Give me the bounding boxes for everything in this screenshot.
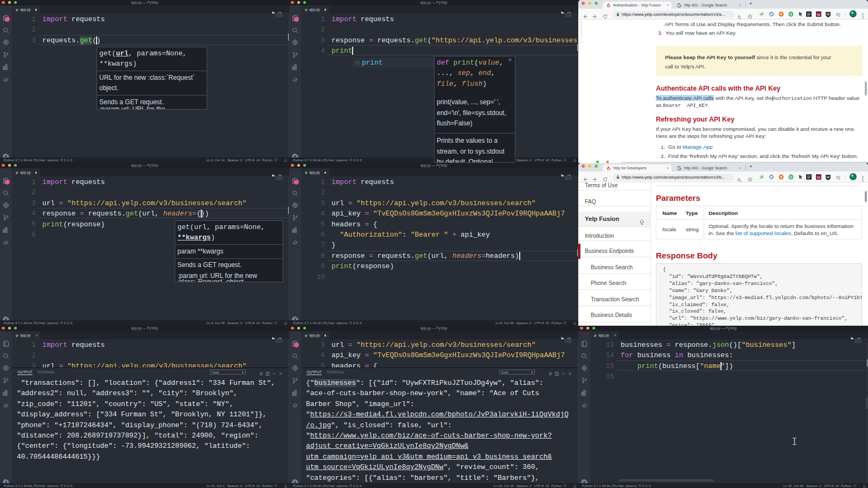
svg-text:IQ: IQ [836, 12, 840, 17]
svg-text:90: 90 [817, 176, 821, 179]
svg-text:IQ: IQ [836, 175, 840, 180]
svg-text:90: 90 [817, 13, 821, 16]
